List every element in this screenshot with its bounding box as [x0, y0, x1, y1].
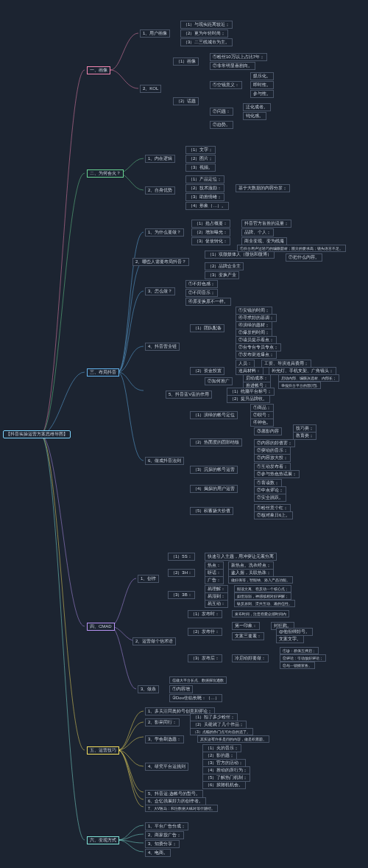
node[interactable]: （2）话题 [173, 97, 199, 105]
node: ②把什么内容。 [286, 253, 322, 262]
node[interactable]: 6、做成抖音法则 [145, 457, 184, 465]
node[interactable]: ②问题： [210, 108, 233, 116]
branch-2[interactable]: 二、为何会火？ [87, 169, 124, 178]
branch-4[interactable]: 四、CMAD [87, 623, 115, 631]
node[interactable]: （2）资金投置 [190, 367, 224, 375]
node[interactable]: 4、抖音营业链 [145, 343, 180, 351]
node: （1）产品定位； [185, 175, 224, 183]
node[interactable]: 易互动： [205, 600, 228, 608]
node[interactable]: （5）积蓄扬大价值 [190, 507, 233, 515]
node: （3）二三线城市为主。 [180, 38, 233, 46]
node: 快速引入主题，用冲突让元素分离 [205, 553, 277, 561]
node: 能读文真、在反动一个核心点； [234, 585, 291, 592]
node[interactable]: 3、做条 [138, 685, 159, 693]
root-node[interactable]: 【抖音实操运营方案思维导图】 [3, 430, 71, 438]
node: 举报抖台平台的营(增). [278, 382, 321, 389]
node[interactable]: （2）技术激励： [185, 184, 224, 192]
node[interactable]: 2、哪些人需要布局抖音？ [132, 258, 189, 266]
node: 2、商家授广告； [145, 831, 184, 839]
node: 做好保等，智能纳、添入产品功能。 [228, 576, 293, 584]
branch-6[interactable]: 六、变现方式 [87, 836, 119, 844]
node[interactable]: （3）沉探的帐号运营 [190, 466, 238, 474]
node: ②核对象日6上。 [254, 511, 293, 519]
node: （1）与现实距离较近； [180, 21, 233, 29]
node: ⑦发布渠道爆点； [236, 351, 277, 359]
node: 如世溺溺，神感续相对好评解； [234, 592, 291, 600]
node: 品牌、个人； [241, 228, 274, 237]
node[interactable]: 1、用户画像 [140, 29, 170, 38]
node: ①内容增 [169, 685, 193, 693]
node[interactable]: （1）画像 [173, 57, 199, 66]
node: （1）文字； [185, 146, 216, 154]
node[interactable]: 3、怎么做？ [145, 287, 175, 295]
branch-5[interactable]: 五、运营技巧 [87, 746, 119, 755]
node[interactable]: 文案三要素： [232, 632, 264, 640]
node[interactable]: （1）抢占概要： [191, 220, 230, 228]
node[interactable]: （3）3B： [168, 591, 195, 599]
node[interactable]: 广告： [205, 576, 224, 584]
node: 基于大数据的内容分发； [236, 184, 290, 192]
node: 信做大平台长点、数据探坑通数 [169, 676, 227, 684]
node[interactable]: （2）热面度的固部结核 [190, 438, 242, 447]
node: 发布时间，注意在爱众感时间内 [232, 610, 289, 617]
node: （3）点幅的作门点可向自的选了。 [190, 728, 253, 735]
node: ②评论：引动放好评论； [280, 654, 326, 662]
node: 1、平台广告分成； [145, 822, 188, 830]
node: （3）助推情绪； [185, 193, 224, 201]
node: 娱乐化。 [250, 72, 274, 80]
node[interactable]: ③愿影内容 [254, 427, 282, 435]
node[interactable]: （2）3H： [168, 569, 195, 577]
node: ②安全跳跃。 [254, 494, 286, 502]
node[interactable]: （2）发布什： [188, 628, 222, 636]
node[interactable]: 第一印象： [232, 622, 260, 630]
node[interactable]: 3、学会刷选题： [145, 735, 184, 743]
node: 钝化感。 [243, 112, 266, 120]
node[interactable]: 1、为什么要做？ [145, 228, 184, 237]
node: 教育类； [293, 432, 316, 440]
node: ①诊：群保五押启； [280, 647, 319, 654]
node[interactable]: 1、内在逻辑 [145, 155, 175, 163]
node[interactable]: （2）增加曝光： [191, 228, 230, 237]
node[interactable]: 2、影采同行： [145, 718, 180, 727]
branch-3[interactable]: 三、布局抖音 [87, 368, 119, 377]
node: 敏反原则、渠共互动、难的任性。 [234, 600, 295, 607]
node: （6）挨随机机会。 [202, 781, 246, 789]
node[interactable]: ①空镜意义： [210, 81, 242, 89]
node: ②与一锁搬家务。 [280, 662, 315, 669]
node: （2）图片； [185, 155, 216, 163]
node[interactable]: 1、创作 [138, 575, 159, 583]
node[interactable]: （1）演绎的帐号定位 [190, 411, 238, 419]
node: 其实这有许多是问的内容，做是积累题。 [197, 735, 269, 743]
node[interactable]: 2、运营做个信术语 [132, 637, 176, 645]
node: ②非常明显喜剧向。 [210, 62, 255, 70]
mindmap-canvas: 【抖音实操运营方案思维导图】 一、画像 1、用户画像 （1）与现实距离较近； （… [0, 0, 368, 868]
node: 参与性。 [250, 90, 274, 98]
node[interactable]: （1）5S： [168, 553, 195, 561]
node[interactable]: （3）促使转化： [191, 237, 230, 245]
node: 泛化成者。 [243, 103, 271, 111]
node: ②不同音乐； [185, 289, 218, 297]
branch-1[interactable]: 一、画像 [87, 66, 110, 74]
node: 文案文字。 [276, 635, 304, 643]
node[interactable]: 冷启动好要做： [232, 654, 269, 662]
node: ②内容放大投； [254, 454, 291, 462]
node: ①不好色感； [185, 280, 218, 288]
node: ②趋势。 [210, 121, 233, 129]
node[interactable]: 2、自身优势 [145, 186, 175, 195]
node: （4）形象（…）。 [185, 202, 229, 210]
node[interactable]: 2、KOL [140, 85, 161, 93]
node[interactable]: （1）发布时： [188, 610, 222, 618]
node: ②参与热色热话展； [254, 470, 300, 478]
node[interactable]: （1）团队配备 [190, 324, 224, 332]
node: ④神色。 [250, 419, 274, 427]
node[interactable]: ②如何推广 [205, 377, 233, 385]
node: 抖音官方首推的流量； [241, 220, 291, 228]
node[interactable]: 4、研究平台运挑则 [145, 763, 188, 771]
node: （3）视频。 [185, 164, 216, 172]
node[interactable]: （3）发布后： [188, 654, 222, 662]
node: 4、电商。 [145, 849, 171, 857]
node[interactable]: （4）揭探的用户运营 [190, 485, 238, 493]
node[interactable]: 5、抖音蓝V蓝的作用 [166, 391, 212, 399]
node: ①抖台用户过轻巧的编眼题材；图文的要求高；镜头语言不足。 [237, 245, 346, 252]
node: 即时性。 [250, 81, 274, 89]
